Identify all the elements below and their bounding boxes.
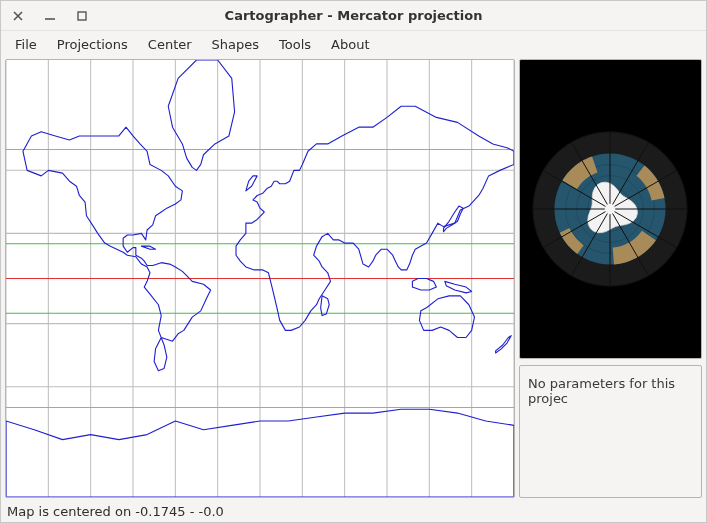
menu-center[interactable]: Center: [138, 33, 202, 56]
menu-bar: File Projections Center Shapes Tools Abo…: [1, 31, 706, 57]
maximize-icon[interactable]: [73, 7, 91, 25]
title-bar: Cartographer - Mercator projection: [1, 1, 706, 31]
status-bar: Map is centered on -0.1745 - -0.0: [1, 500, 706, 522]
map-canvas[interactable]: [5, 59, 515, 498]
parameters-text: No parameters for this projec: [528, 376, 675, 406]
menu-projections[interactable]: Projections: [47, 33, 138, 56]
azimuthal-preview: [520, 60, 701, 358]
menu-tools[interactable]: Tools: [269, 33, 321, 56]
minimize-icon[interactable]: [41, 7, 59, 25]
svg-rect-0: [78, 12, 86, 20]
menu-file[interactable]: File: [5, 33, 47, 56]
app-window: Cartographer - Mercator projection File …: [0, 0, 707, 523]
menu-shapes[interactable]: Shapes: [202, 33, 269, 56]
window-title: Cartographer - Mercator projection: [1, 8, 706, 23]
preview-globe[interactable]: [519, 59, 702, 359]
status-text: Map is centered on -0.1745 - -0.0: [7, 504, 224, 519]
close-icon[interactable]: [9, 7, 27, 25]
side-column: No parameters for this projec: [519, 59, 702, 498]
parameters-panel: No parameters for this projec: [519, 365, 702, 498]
menu-about[interactable]: About: [321, 33, 379, 56]
window-controls: [9, 7, 91, 25]
mercator-map: [6, 60, 514, 497]
content-area: No parameters for this projec: [1, 57, 706, 500]
